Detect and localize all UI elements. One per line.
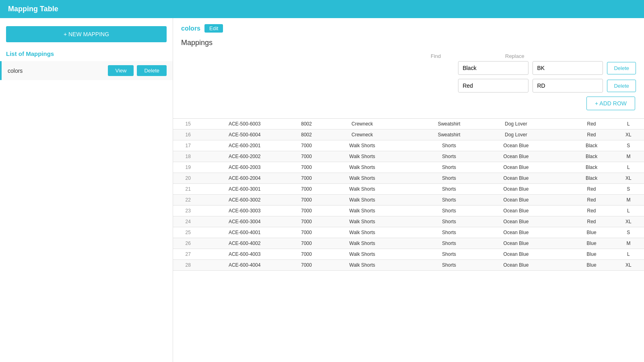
table-cell: Red	[570, 184, 613, 195]
table-cell: ACE-600-2001	[203, 140, 286, 151]
replace-input-1[interactable]	[533, 79, 603, 93]
table-cell: 7000	[286, 260, 327, 271]
table-cell: ACE-600-3004	[203, 216, 286, 227]
table-cell: Dog Lover	[481, 119, 551, 130]
app-header: Mapping Table	[0, 0, 644, 18]
table-cell	[551, 184, 570, 195]
table-cell: S	[613, 140, 644, 151]
table-cell: Blue	[570, 260, 613, 271]
table-cell: 18	[173, 151, 203, 162]
table-cell: Ocean Blue	[481, 162, 551, 173]
mapping-list-item: colors View Delete	[0, 61, 173, 80]
edit-badge[interactable]: Edit	[204, 24, 223, 33]
table-row: 18ACE-600-20027000Walk ShortsShortsOcean…	[173, 151, 644, 162]
table-cell: 20	[173, 173, 203, 184]
table-cell: Black	[570, 173, 613, 184]
table-cell: Walk Shorts	[327, 216, 398, 227]
table-cell	[398, 249, 417, 260]
table-cell: Walk Shorts	[327, 227, 398, 238]
table-cell	[398, 227, 417, 238]
table-cell	[398, 195, 417, 206]
table-cell: L	[613, 249, 644, 260]
mapping-editor: colors Edit Mappings Find Replace Delete…	[173, 18, 644, 119]
table-cell: 25	[173, 227, 203, 238]
table-cell: Ocean Blue	[481, 216, 551, 227]
table-cell: XL	[613, 216, 644, 227]
table-row: 23ACE-600-30037000Walk ShortsShortsOcean…	[173, 206, 644, 216]
table-cell: Walk Shorts	[327, 195, 398, 206]
table-cell: Shorts	[417, 249, 481, 260]
table-cell: L	[613, 206, 644, 216]
table-row: 16ACE-500-60048002CrewneckSweatshirtDog …	[173, 130, 644, 140]
table-cell: Ocean Blue	[481, 173, 551, 184]
table-cell: Shorts	[417, 140, 481, 151]
list-of-mappings-title: List of Mappings	[0, 48, 173, 61]
replace-input-0[interactable]	[533, 61, 603, 75]
table-row: 20ACE-600-20047000Walk ShortsShortsOcean…	[173, 173, 644, 184]
sidebar: + NEW MAPPING List of Mappings colors Vi…	[0, 18, 173, 362]
table-cell	[551, 260, 570, 271]
table-cell: 7000	[286, 184, 327, 195]
table-cell: S	[613, 184, 644, 195]
table-cell: ACE-600-3003	[203, 206, 286, 216]
table-cell	[398, 238, 417, 249]
table-cell: ACE-500-6003	[203, 119, 286, 130]
table-cell: Shorts	[417, 216, 481, 227]
table-cell: Red	[570, 216, 613, 227]
table-cell: 7000	[286, 238, 327, 249]
table-cell: ACE-600-3002	[203, 195, 286, 206]
table-row: 26ACE-600-40027000Walk ShortsShortsOcean…	[173, 238, 644, 249]
table-cell: Crewneck	[327, 119, 398, 130]
find-column-header: Find	[431, 53, 505, 59]
table-cell: ACE-600-2003	[203, 162, 286, 173]
table-cell: Walk Shorts	[327, 140, 398, 151]
view-mapping-button[interactable]: View	[108, 65, 134, 76]
find-input-0[interactable]	[458, 61, 528, 75]
mapping-item-name: colors	[8, 68, 108, 74]
table-cell: 21	[173, 184, 203, 195]
table-cell: Red	[570, 119, 613, 130]
table-cell: 22	[173, 195, 203, 206]
table-cell: S	[613, 227, 644, 238]
delete-row-1-button[interactable]: Delete	[607, 80, 636, 92]
editor-header: colors Edit	[181, 24, 636, 33]
table-cell: 23	[173, 206, 203, 216]
table-cell: M	[613, 238, 644, 249]
table-cell: 7000	[286, 216, 327, 227]
table-cell: M	[613, 151, 644, 162]
table-cell	[551, 130, 570, 140]
table-cell: Shorts	[417, 260, 481, 271]
table-row: 27ACE-600-40037000Walk ShortsShortsOcean…	[173, 249, 644, 260]
table-cell: 19	[173, 162, 203, 173]
table-cell: ACE-600-2004	[203, 173, 286, 184]
delete-mapping-button[interactable]: Delete	[137, 65, 167, 76]
table-cell	[398, 173, 417, 184]
table-cell: Walk Shorts	[327, 249, 398, 260]
table-cell: 16	[173, 130, 203, 140]
table-cell: 8002	[286, 119, 327, 130]
table-cell: Shorts	[417, 238, 481, 249]
find-input-1[interactable]	[458, 79, 528, 93]
table-cell: Ocean Blue	[481, 195, 551, 206]
table-cell: XL	[613, 260, 644, 271]
table-cell	[551, 249, 570, 260]
mapping-row-1: Delete	[181, 79, 636, 93]
table-cell	[551, 227, 570, 238]
data-table: 15ACE-500-60038002CrewneckSweatshirtDog …	[173, 119, 644, 271]
new-mapping-button[interactable]: + NEW MAPPING	[6, 26, 167, 42]
table-cell: Walk Shorts	[327, 206, 398, 216]
table-cell: ACE-600-4004	[203, 260, 286, 271]
mapping-name-link[interactable]: colors	[181, 25, 200, 32]
right-panel: colors Edit Mappings Find Replace Delete…	[173, 18, 644, 362]
table-cell	[551, 151, 570, 162]
add-row-button[interactable]: + ADD ROW	[586, 97, 635, 110]
table-cell: Black	[570, 162, 613, 173]
table-cell	[398, 206, 417, 216]
table-cell: 7000	[286, 206, 327, 216]
table-cell	[398, 151, 417, 162]
table-cell: L	[613, 119, 644, 130]
main-layout: + NEW MAPPING List of Mappings colors Vi…	[0, 18, 644, 362]
delete-row-0-button[interactable]: Delete	[607, 62, 636, 74]
table-cell: Shorts	[417, 162, 481, 173]
table-cell: 7000	[286, 195, 327, 206]
